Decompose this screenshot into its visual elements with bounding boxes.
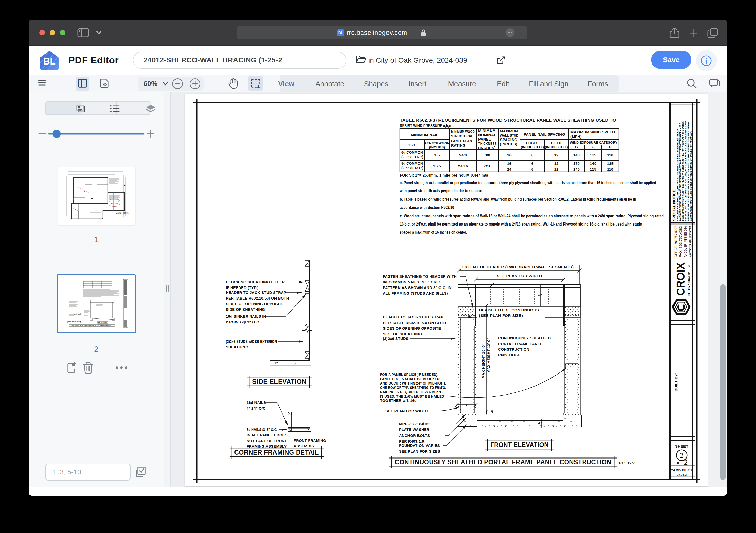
- svg-text:GENERAL CONTRACTOR, SUB-CONTRA: GENERAL CONTRACTOR, SUB-CONTRACTORS, AND…: [685, 121, 687, 221]
- svg-text:(2.5"x0.131"): (2.5"x0.131"): [401, 166, 423, 170]
- svg-text:WWW.CROIXDESIGN.COM: WWW.CROIXDESIGN.COM: [688, 226, 692, 257]
- svg-text:12: 12: [554, 162, 559, 165]
- svg-text:NOT PART OF FRONT: NOT PART OF FRONT: [247, 439, 287, 443]
- svg-text:CORNER FRAMING: CORNER FRAMING: [68, 321, 81, 322]
- svg-text:PANEL: PANEL: [478, 137, 491, 141]
- svg-text:SPACING: SPACING: [500, 138, 517, 142]
- svg-text:135: 135: [607, 162, 613, 165]
- svg-text:(INCHES): (INCHES): [429, 145, 445, 149]
- svg-text:FASTEN SHEATHING TO HEADER WIT: FASTEN SHEATHING TO HEADER WITH: [383, 274, 457, 279]
- svg-text:PER TABLE R602.10.5.4 ON BOTH: PER TABLE R602.10.5.4 ON BOTH: [383, 321, 446, 325]
- svg-text:SIDE OF SHEATHING: SIDE OF SHEATHING: [383, 332, 422, 336]
- svg-text:FIELD: FIELD: [551, 141, 562, 145]
- svg-text:1/2"=1'-0": 1/2"=1'-0": [618, 461, 635, 465]
- svg-text:TOGETHER w/3 16d: TOGETHER w/3 16d: [380, 398, 417, 403]
- svg-text:OF: OF: [676, 461, 680, 465]
- svg-text:(2)2x6 STUDS: (2)2x6 STUDS: [383, 337, 409, 341]
- svg-text:ONE ROW OF TYP. SHEATHING TO F: ONE ROW OF TYP. SHEATHING TO FRM'G.: [380, 386, 446, 390]
- svg-text:MAXIMUM: MAXIMUM: [500, 129, 518, 133]
- svg-text:115: 115: [590, 167, 596, 171]
- svg-text:BLOCKING/SHEATHING FILLER: BLOCKING/SHEATHING FILLER: [226, 280, 285, 284]
- svg-text:24012: 24012: [677, 473, 687, 477]
- svg-text:B: B: [575, 145, 578, 149]
- svg-text:MAX HEIGHT 10'-0": MAX HEIGHT 10'-0": [481, 343, 485, 378]
- svg-text:DESIGNING AND PREPARING THESE: DESIGNING AND PREPARING THESE PLANS AND …: [682, 121, 684, 221]
- svg-text:C: C: [592, 145, 595, 149]
- svg-text:OFFICE: 763.757.5997: OFFICE: 763.757.5997: [674, 226, 678, 257]
- svg-text:115: 115: [590, 153, 596, 157]
- svg-text:ANCHOR BOLTS: ANCHOR BOLTS: [399, 434, 430, 438]
- svg-text:2: 2: [680, 451, 684, 459]
- svg-text:140: 140: [573, 153, 580, 157]
- svg-text:2 ROWS @ 3" O.C.: 2 ROWS @ 3" O.C.: [226, 320, 260, 324]
- svg-text:FAX: 763.757.4383: FAX: 763.757.4383: [679, 226, 683, 257]
- svg-text:FOR SI: 1"= 25.4mm, 1 mile per: FOR SI: 1"= 25.4mm, 1 mile per hour= 0.4…: [400, 173, 488, 177]
- svg-text:DIMENSIONS AND BE RESPONSIBLE: DIMENSIONS AND BE RESPONSIBLE FOR ANY CH…: [687, 122, 689, 221]
- svg-text:PORTAL FRAME PANEL: PORTAL FRAME PANEL: [498, 342, 543, 346]
- svg-text:c. Wood structural panels with: c. Wood structural panels with span rati…: [400, 214, 664, 218]
- svg-text:SIDE ELEV.: SIDE ELEV.: [74, 313, 82, 315]
- svg-text:SEE PLAN FOR SIZES: SEE PLAN FOR SIZES: [399, 449, 440, 453]
- svg-text:R602.10.6.4: R602.10.6.4: [498, 353, 520, 357]
- svg-text:SIZE: SIZE: [408, 143, 417, 147]
- svg-text:16: 16: [507, 153, 511, 157]
- svg-text:SIDES OF OPENING OPPOSITE: SIDES OF OPENING OPPOSITE: [383, 326, 441, 331]
- svg-text:CONTINUOUSLY SHEATHED: CONTINUOUSLY SHEATHED: [498, 336, 551, 340]
- svg-text:AND OCCUR WITH-IN 24" OF MID-H: AND OCCUR WITH-IN 24" OF MID-HGHT.: [380, 381, 446, 385]
- svg-text:PER TABLE R602.10.5.4 ON BOTH: PER TABLE R602.10.5.4 ON BOTH: [226, 296, 289, 300]
- svg-text:12: 12: [554, 153, 559, 157]
- svg-text:7/16: 7/16: [484, 164, 492, 168]
- svg-text:IS USED, THE 2x6's MUST BE NAI: IS USED, THE 2x6's MUST BE NAILED: [380, 394, 444, 398]
- svg-text:accordance with Section R602.1: accordance with Section R602.10: [400, 205, 454, 210]
- svg-text:FOR A PANEL SPLICE(IF NEEDED),: FOR A PANEL SPLICE(IF NEEDED),: [380, 372, 439, 377]
- svg-text:16d NAILS: 16d NAILS: [247, 401, 266, 405]
- svg-text:FRAMING ASSEMBLY: FRAMING ASSEMBLY: [247, 444, 287, 448]
- svg-text:PATTERN AS SHOWN AND 3" O.C. I: PATTERN AS SHOWN AND 3" O.C. IN: [383, 286, 451, 290]
- svg-text:ANDOVER, MINNESOTA: ANDOVER, MINNESOTA: [684, 226, 687, 257]
- svg-text:CONTINUOUSLY SHEATHED PORTAL F: CONTINUOUSLY SHEATHED PORTAL FRAME PANEL…: [395, 458, 611, 466]
- svg-text:BUILT BY:: BUILT BY:: [674, 373, 678, 392]
- svg-text:(INCHES): (INCHES): [500, 142, 517, 146]
- svg-text:140: 140: [590, 162, 596, 165]
- svg-text:spaced a maximum of 16 inches: spaced a maximum of 16 inches on center.: [400, 230, 467, 235]
- svg-text:(INCHES O.C.): (INCHES O.C.): [521, 145, 544, 149]
- svg-text:16'o.c. or 24'o.c. shall be pe: 16'o.c. or 24'o.c. shall be permitted as…: [400, 222, 642, 226]
- svg-text:6d COMMON: 6d COMMON: [401, 150, 423, 154]
- svg-text:SEE PLAN FOR WIDTH: SEE PLAN FOR WIDTH: [386, 409, 428, 413]
- svg-text:1.75: 1.75: [433, 164, 441, 168]
- svg-text:CONTINUOUSLY SHEATHED PORTAL F: CONTINUOUSLY SHEATHED PORTAL FRAME PANEL: [70, 325, 112, 326]
- svg-text:FRONT ELEVATION: FRONT ELEVATION: [490, 441, 549, 449]
- svg-text:ASSEMBLY: ASSEMBLY: [294, 444, 315, 448]
- svg-text:IF NEEDED (TYP.): IF NEEDED (TYP.): [226, 286, 258, 290]
- svg-text:IN ALL PANEL EDGES,: IN ALL PANEL EDGES,: [247, 433, 288, 437]
- svg-text:3/8: 3/8: [485, 153, 490, 157]
- svg-text:6: 6: [531, 153, 533, 157]
- svg-text:NAILING IS REQUIRED. IF 2x6 BL: NAILING IS REQUIRED. IF 2x6 BLK'G.: [380, 390, 444, 394]
- svg-text:8d COMMON: 8d COMMON: [401, 161, 423, 165]
- svg-text:SHEET: SHEET: [675, 444, 688, 448]
- svg-text:(SEE PLAN FOR SIZE): (SEE PLAN FOR SIZE): [479, 313, 523, 318]
- svg-text:EDGES: EDGES: [526, 141, 538, 145]
- svg-text:TABLE R602.3(3) REQUIREMENTS F: TABLE R602.3(3) REQUIREMENTS FOR WOOD ST…: [400, 118, 616, 122]
- svg-text:THICKNESS: THICKNESS: [478, 141, 497, 146]
- svg-text:OMISSIONS. THESE DRAWINGS ARE: OMISSIONS. THESE DRAWINGS ARE DESIGN CON…: [679, 123, 682, 221]
- svg-text:CROIX: CROIX: [674, 263, 687, 296]
- svg-text:FRONT FRAMING: FRONT FRAMING: [294, 439, 326, 443]
- svg-text:CORNER FRAMING DETAIL: CORNER FRAMING DETAIL: [234, 448, 319, 456]
- svg-text:110: 110: [607, 153, 613, 157]
- svg-text:BL: BL: [43, 56, 56, 66]
- svg-text:24/16: 24/16: [458, 164, 468, 168]
- svg-text:FOUNDATION VARIES: FOUNDATION VARIES: [399, 444, 440, 448]
- svg-text:D: D: [609, 145, 612, 149]
- svg-text:CADD FILE #: CADD FILE #: [670, 468, 693, 472]
- svg-text:WIND EXPOSURE CATEGORY: WIND EXPOSURE CATEGORY: [570, 140, 617, 144]
- svg-text:(2.0"x0.113"): (2.0"x0.113"): [401, 155, 423, 159]
- svg-text:(INCHES O.C.): (INCHES O.C.): [545, 145, 568, 149]
- svg-text:2: 2: [684, 458, 688, 467]
- svg-text:170: 170: [573, 162, 580, 165]
- svg-text:SIDE ELEVATION: SIDE ELEVATION: [252, 378, 307, 386]
- svg-text:WALL STUD: WALL STUD: [500, 133, 519, 138]
- svg-text:110: 110: [607, 167, 613, 171]
- svg-text:24/0: 24/0: [459, 153, 467, 157]
- svg-text:MINIMUM WOOD: MINIMUM WOOD: [451, 130, 474, 134]
